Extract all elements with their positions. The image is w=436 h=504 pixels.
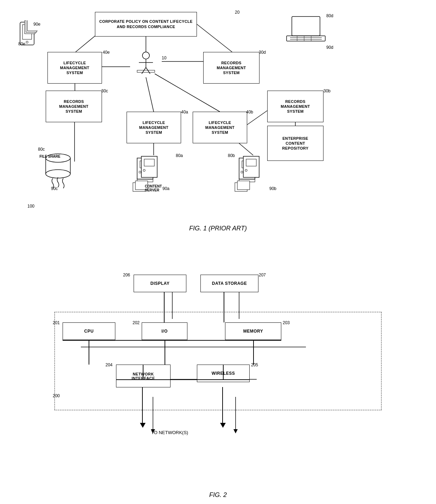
fig1-title: FIG. 1 (PRIOR ART) <box>189 225 247 232</box>
corp-policy-box: CORPORATE POLICY ON CONTENT LIFECYCLE AN… <box>95 12 197 37</box>
svg-rect-49 <box>243 156 259 177</box>
rms-30c-box: RECORDS MANAGEMENT SYSTEM <box>46 91 102 122</box>
svg-point-47 <box>241 171 243 173</box>
fig2-caption: FIG. 2 <box>209 491 227 499</box>
arrow-wireless-down <box>222 387 223 424</box>
vert-net-to-bus <box>143 365 143 379</box>
rms-30b-label: RECORDS MANAGEMENT SYSTEM <box>281 99 310 114</box>
memory-label: MEMORY <box>243 329 263 334</box>
arrow-net-down <box>142 387 143 424</box>
file-share-icon: FILE SHARE <box>39 148 81 191</box>
ref-90a: 90a <box>162 186 169 191</box>
vert-cpu-to-bus <box>89 340 89 365</box>
vert-io-to-bus <box>165 340 165 365</box>
ref-206: 206 <box>123 273 130 277</box>
fig1-caption: FIG. 1 (PRIOR ART) <box>189 225 247 232</box>
ref-90e: 90e <box>33 22 40 27</box>
rms-30c-label: RECORDS MANAGEMENT SYSTEM <box>59 99 88 114</box>
ref-30b: 30b <box>323 89 331 93</box>
svg-line-1 <box>197 24 232 52</box>
svg-marker-64 <box>220 423 226 428</box>
svg-point-38 <box>139 171 141 173</box>
vert-wireless-to-bus <box>223 365 224 379</box>
io-box: I/O <box>142 322 187 340</box>
svg-line-17 <box>146 67 150 74</box>
corp-policy-label: CORPORATE POLICY ON CONTENT LIFECYCLE AN… <box>97 19 195 30</box>
ref-40a: 40a <box>181 110 188 114</box>
svg-line-12 <box>239 143 253 155</box>
fig2-title: FIG. 2 <box>209 491 227 498</box>
svg-rect-25 <box>292 17 320 36</box>
svg-line-16 <box>142 67 146 74</box>
lms-40a-label: LIFECYCLE MANAGEMENT SYSTEM <box>139 120 168 135</box>
lms-40e-box: LIFECYCLE MANAGEMENT SYSTEM <box>47 52 102 84</box>
ref-205: 205 <box>251 362 258 367</box>
svg-point-21 <box>26 41 28 43</box>
fig2-diagram: DISPLAY 206 DATA STORAGE 207 200 CPU 201… <box>0 260 436 504</box>
ref-200: 200 <box>53 393 60 398</box>
ref-202: 202 <box>133 320 140 325</box>
ref-80b: 80b <box>228 153 235 158</box>
data-storage-box: DATA STORAGE <box>200 275 258 292</box>
ref-40e: 40e <box>103 50 110 55</box>
laptop-icon <box>285 15 327 50</box>
display-box: DISPLAY <box>134 275 186 292</box>
fig1-diagram: CORPORATE POLICY ON CONTENT LIFECYCLE AN… <box>0 0 436 253</box>
bus-line-top <box>63 340 281 341</box>
ref-80e: 80e <box>18 41 25 46</box>
to-networks-label: TO NETWORK(S) <box>151 430 188 435</box>
ref-20: 20 <box>235 10 239 15</box>
lms-40e-label: LIFECYCLE MANAGEMENT SYSTEM <box>60 60 89 76</box>
lms-40a-box: LIFECYCLE MANAGEMENT SYSTEM <box>127 112 181 143</box>
to-networks-text: TO NETWORK(S) <box>151 430 188 435</box>
vert-mem-to-bus <box>253 340 254 365</box>
vert-io-datastorage <box>224 292 224 322</box>
cpu-box: CPU <box>63 322 115 340</box>
person-icon <box>132 49 160 77</box>
ref-204: 204 <box>105 362 113 367</box>
ref-10: 10 <box>162 55 166 60</box>
svg-line-3 <box>146 77 154 112</box>
ref-80d: 80d <box>326 13 333 18</box>
server-80b-icon <box>229 155 271 195</box>
ref-80a: 80a <box>176 153 183 158</box>
ref-80c: 80c <box>38 147 45 152</box>
ref-203: 203 <box>283 320 290 325</box>
display-label: DISPLAY <box>150 281 169 286</box>
svg-point-35 <box>46 170 70 178</box>
ref-90b: 90b <box>269 186 276 191</box>
svg-rect-26 <box>287 36 325 41</box>
ref-30c: 30c <box>101 89 108 93</box>
ecr-box: ENTERPRISE CONTENT REPOSITORY <box>267 126 323 161</box>
ecr-label: ENTERPRISE CONTENT REPOSITORY <box>282 136 309 151</box>
rms-30d-box: RECORDS MANAGEMENT SYSTEM <box>203 52 259 84</box>
memory-box: MEMORY <box>225 322 281 340</box>
bus-line-bottom <box>116 379 250 380</box>
svg-rect-40 <box>141 156 157 177</box>
rms-30d-label: RECORDS MANAGEMENT SYSTEM <box>217 60 246 76</box>
ref-207: 207 <box>259 273 266 277</box>
arrow-head-wireless <box>219 421 227 428</box>
ref-40b: 40b <box>246 110 253 114</box>
rms-30b-box: RECORDS MANAGEMENT SYSTEM <box>267 91 323 122</box>
vert-io-display <box>164 292 165 322</box>
svg-rect-53 <box>237 181 250 190</box>
ref-201: 201 <box>53 320 60 325</box>
ref-90d: 90d <box>326 45 333 50</box>
cpu-label: CPU <box>84 329 94 334</box>
lms-40b-label: LIFECYCLE MANAGEMENT SYSTEM <box>205 120 235 135</box>
svg-point-13 <box>142 52 149 59</box>
arrow-head-net <box>139 421 147 428</box>
ref-30d: 30d <box>259 50 266 55</box>
io-label: I/O <box>161 329 167 334</box>
ref-90c: 90c <box>51 186 58 191</box>
lms-40b-box: LIFECYCLE MANAGEMENT SYSTEM <box>193 112 247 143</box>
data-storage-label: DATA STORAGE <box>212 281 247 286</box>
svg-marker-63 <box>140 423 146 428</box>
svg-rect-18 <box>137 70 155 72</box>
ref-100: 100 <box>27 204 34 209</box>
